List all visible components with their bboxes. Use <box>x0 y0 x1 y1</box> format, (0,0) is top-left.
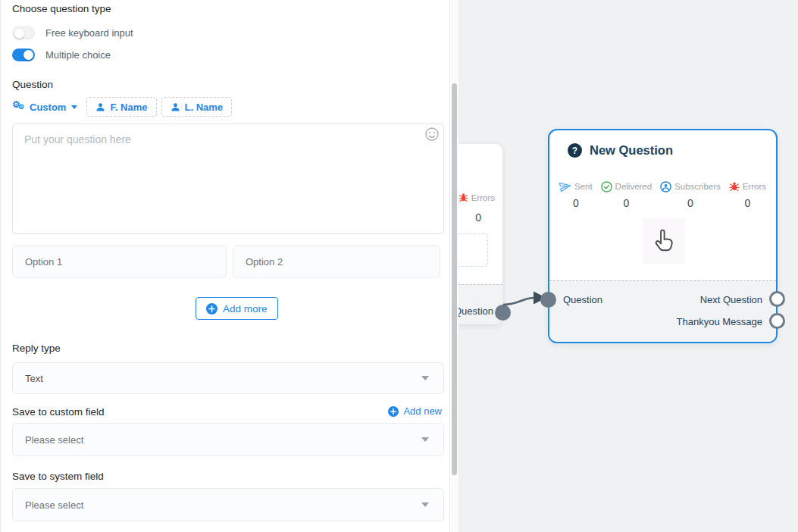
gears-icon: ⚙⚙ <box>12 101 26 113</box>
custom-field-value: Please select <box>13 434 83 446</box>
toggle-knob <box>14 29 24 39</box>
chevron-down-icon <box>421 437 429 442</box>
output-port-label: Next Question <box>700 294 762 305</box>
free-keyboard-label: Free keyboard input <box>45 27 133 39</box>
delivered-value: 0 <box>623 197 629 209</box>
toggle-row-multiple-choice: Multiple choice <box>12 49 111 61</box>
question-label: Question <box>12 79 53 90</box>
delivered-label: Delivered <box>615 182 652 191</box>
question-input-port[interactable] <box>540 292 556 308</box>
cursor-highlight <box>643 218 685 264</box>
thankyou-message-output-port[interactable] <box>769 313 785 329</box>
add-new-link[interactable]: Add new <box>388 405 442 417</box>
subscribers-label: Subscribers <box>674 182 721 191</box>
node-title: New Question <box>590 143 673 158</box>
bug-icon <box>458 192 468 202</box>
chevron-down-icon <box>421 502 429 507</box>
chevron-down-icon <box>421 376 429 380</box>
flow-builder-screen: Choose question type Free keyboard input… <box>0 0 798 532</box>
custom-field-label: Save to custom field <box>12 406 105 418</box>
option-1-input[interactable] <box>12 246 227 278</box>
emoji-picker-icon[interactable] <box>424 127 440 142</box>
person-icon <box>171 102 180 112</box>
node-footer: Next Question <box>458 284 502 324</box>
last-name-shortcode-button[interactable]: L. Name <box>161 97 233 117</box>
errors-stat: Errors <box>458 192 495 202</box>
new-question-node[interactable]: ? New Question Sent 0 <box>548 129 778 343</box>
system-field-value: Please select <box>13 499 83 511</box>
next-question-output-port[interactable] <box>769 291 785 307</box>
first-name-label: F. Name <box>110 102 147 113</box>
next-question-output-port[interactable] <box>495 305 511 321</box>
previous-question-node[interactable]: Errors 0 Next Question <box>458 144 502 324</box>
option-slot <box>458 233 488 267</box>
plus-circle-icon <box>206 303 217 315</box>
multiple-choice-toggle[interactable] <box>12 49 35 61</box>
check-circle-icon <box>601 181 612 192</box>
shortcode-toolbar: ⚙⚙ Custom F. Name L. Name <box>12 97 232 117</box>
reply-type-label: Reply type <box>12 343 61 354</box>
errors-label: Errors <box>471 193 495 202</box>
multiple-choice-label: Multiple choice <box>45 49 111 61</box>
errors-stat: Errors 0 <box>729 180 766 209</box>
errors-value: 0 <box>744 197 750 209</box>
send-icon <box>559 181 571 192</box>
toggle-row-free-input: Free keyboard input <box>12 27 133 39</box>
node-header: ? New Question <box>568 143 673 158</box>
subscribers-stat: Subscribers 0 <box>660 180 721 209</box>
subscribers-icon <box>660 181 671 192</box>
delivered-stat: Delivered 0 <box>601 180 652 209</box>
node-stats-row: Sent 0 Delivered 0 <box>549 180 776 209</box>
sent-label: Sent <box>574 182 593 191</box>
subscribers-value: 0 <box>687 197 693 209</box>
person-icon <box>95 102 105 112</box>
add-more-label: Add more <box>223 303 268 315</box>
question-type-label: Choose question type <box>12 3 111 14</box>
custom-dropdown-label: Custom <box>30 102 66 113</box>
sent-value: 0 <box>573 197 579 209</box>
question-mark-icon: ? <box>568 143 582 158</box>
reply-type-value: Text <box>13 373 43 384</box>
hand-pointer-icon <box>650 225 678 257</box>
question-settings-panel: Choose question type Free keyboard input… <box>0 0 450 532</box>
first-name-shortcode-button[interactable]: F. Name <box>86 97 156 117</box>
options-row <box>12 246 440 278</box>
add-more-button[interactable]: Add more <box>196 297 278 320</box>
add-new-label: Add new <box>403 405 442 417</box>
option-2-input[interactable] <box>233 246 440 278</box>
chevron-down-icon <box>71 105 77 109</box>
sent-stat: Sent 0 <box>559 180 593 209</box>
last-name-label: L. Name <box>185 102 224 113</box>
system-field-select[interactable]: Please select <box>12 488 444 521</box>
plus-circle-icon <box>388 406 399 417</box>
reply-type-select[interactable]: Text <box>12 362 444 394</box>
input-port-label: Question <box>563 294 602 305</box>
bug-icon <box>729 181 740 192</box>
custom-field-select[interactable]: Please select <box>12 423 444 456</box>
errors-value: 0 <box>475 211 481 224</box>
panel-scrollbar-thumb[interactable] <box>452 83 457 475</box>
free-keyboard-toggle[interactable] <box>12 27 35 39</box>
output-port-label: Next Question <box>458 305 493 317</box>
flow-canvas[interactable]: Errors 0 Next Question ? New Question <box>458 0 798 532</box>
errors-label: Errors <box>743 182 766 191</box>
toggle-knob <box>23 50 33 60</box>
node-footer: Question Next Question Thankyou Message <box>549 280 776 342</box>
output-port-label: Thankyou Message <box>677 316 762 327</box>
question-text-input[interactable] <box>12 124 444 234</box>
custom-dropdown-button[interactable]: ⚙⚙ Custom <box>12 98 82 116</box>
system-field-label: Save to system field <box>12 471 104 482</box>
